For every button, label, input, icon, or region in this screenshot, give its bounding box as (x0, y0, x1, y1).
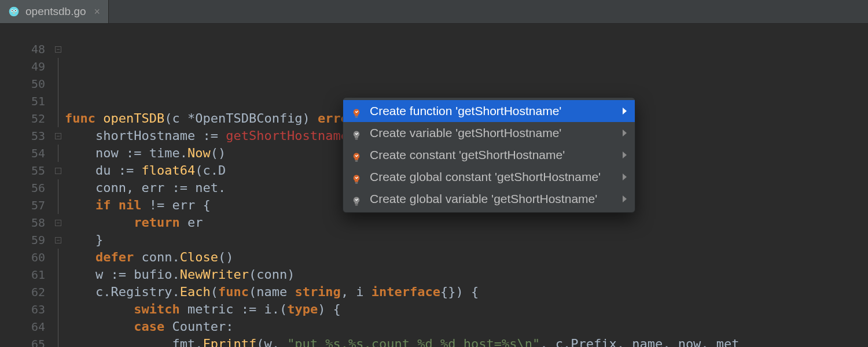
line-number: 54 (0, 145, 51, 162)
code-line[interactable]: fmt.Fprintf(w, "put %s.%s.count %d %d ho… (65, 335, 868, 347)
code-line[interactable]: w := bufio.NewWriter(conn) (65, 266, 868, 283)
lightbulb-icon (351, 172, 362, 182)
go-gopher-icon (8, 6, 20, 17)
line-number: 57 (0, 197, 51, 214)
chevron-right-icon (623, 174, 627, 180)
code-area[interactable]: func openTSDB(c *OpenTSDBConfig) error {… (65, 23, 868, 347)
code-line[interactable]: switch metric := i.(type) { (65, 301, 868, 318)
line-number: 51 (0, 93, 51, 110)
code-line[interactable]: return er (65, 214, 868, 231)
close-icon[interactable]: × (94, 6, 101, 18)
code-line[interactable]: c.Registry.Each(func(name string, i inte… (65, 283, 868, 301)
line-number: 53 (0, 127, 51, 145)
chevron-right-icon (623, 130, 627, 136)
lightbulb-icon (351, 128, 362, 138)
editor: 484950515253545556575859606162636465 fun… (0, 23, 868, 347)
line-number: 62 (0, 283, 51, 301)
fold-toggle-icon[interactable] (55, 133, 61, 139)
intention-action-item[interactable]: Create global constant 'getShortHostname… (343, 166, 635, 188)
svg-rect-7 (355, 138, 358, 139)
intention-action-label: Create global constant 'getShortHostname… (370, 168, 601, 186)
intention-action-item[interactable]: Create function 'getShortHostname' (343, 100, 635, 122)
fold-toggle-icon[interactable] (55, 46, 61, 53)
fold-line (58, 266, 58, 283)
line-number: 50 (0, 75, 51, 93)
intention-action-item[interactable]: Create global variable 'getShortHostname… (343, 188, 635, 210)
line-number: 56 (0, 179, 51, 197)
fold-line (58, 145, 58, 162)
code-line[interactable]: case Counter: (65, 318, 868, 335)
line-number: 65 (0, 335, 51, 347)
intention-action-label: Create variable 'getShortHostname' (370, 124, 601, 142)
svg-rect-6 (355, 116, 358, 117)
svg-point-0 (9, 7, 19, 17)
intention-actions-popup: Create function 'getShortHostname' Creat… (343, 97, 635, 213)
line-number: 64 (0, 318, 51, 335)
file-tab-label: opentsdb.go (25, 5, 86, 18)
lightbulb-icon (351, 194, 362, 204)
fold-line (58, 75, 58, 93)
fold-toggle-icon[interactable] (55, 220, 61, 226)
svg-rect-9 (355, 182, 358, 183)
fold-line (58, 58, 58, 75)
line-number-gutter: 484950515253545556575859606162636465 (0, 23, 51, 347)
line-number: 58 (0, 214, 51, 231)
intention-action-label: Create global variable 'getShortHostname… (370, 190, 601, 208)
chevron-right-icon (623, 108, 627, 115)
svg-rect-8 (355, 160, 358, 161)
code-line[interactable]: } (65, 231, 868, 249)
fold-line (58, 318, 58, 335)
line-number: 49 (0, 58, 51, 75)
svg-point-5 (13, 12, 14, 13)
fold-line (58, 301, 58, 318)
fold-gutter (51, 23, 65, 347)
fold-line (58, 249, 58, 266)
fold-end-icon (55, 168, 61, 174)
tab-bar: opentsdb.go × (0, 0, 868, 24)
fold-line (58, 197, 58, 214)
line-number: 52 (0, 110, 51, 127)
line-number: 48 (0, 40, 51, 58)
fold-line (58, 179, 58, 197)
svg-rect-10 (355, 204, 358, 205)
chevron-right-icon (623, 195, 627, 202)
code-line[interactable]: defer conn.Close() (65, 249, 868, 266)
line-number: 59 (0, 231, 51, 249)
line-number: 55 (0, 162, 51, 179)
intention-action-item[interactable]: Create variable 'getShortHostname' (343, 122, 635, 144)
lightbulb-icon (351, 150, 362, 160)
fold-toggle-icon[interactable] (55, 237, 61, 243)
intention-action-label: Create function 'getShortHostname' (370, 102, 601, 120)
chevron-right-icon (623, 152, 627, 158)
line-number: 63 (0, 301, 51, 318)
fold-line (58, 110, 58, 127)
fold-line (58, 335, 58, 347)
fold-line (58, 93, 58, 110)
lightbulb-icon (351, 106, 362, 116)
line-number: 60 (0, 249, 51, 266)
svg-point-3 (12, 10, 13, 11)
intention-action-item[interactable]: Create constant 'getShortHostname' (343, 144, 635, 166)
file-tab[interactable]: opentsdb.go × (0, 0, 109, 23)
fold-line (58, 283, 58, 301)
intention-action-label: Create constant 'getShortHostname' (370, 146, 601, 164)
svg-point-4 (15, 10, 16, 11)
line-number: 61 (0, 266, 51, 283)
